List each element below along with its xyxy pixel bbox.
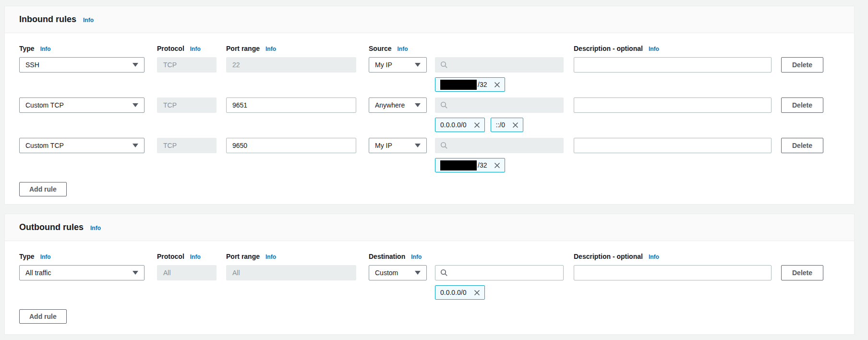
rules-list: SSH TCP 22 My IP Delete /32	[19, 57, 840, 172]
search-column-spacer	[435, 253, 564, 261]
info-link[interactable]: Info	[190, 253, 201, 261]
scope-select-value: My IP	[375, 142, 392, 149]
rule-fields: All traffic All All Custom Delete	[19, 265, 840, 280]
panel-title: Inbound rules	[19, 14, 76, 24]
description-column-label: Description - optional Info	[574, 253, 772, 261]
token-remove-button[interactable]	[511, 121, 520, 130]
port-range-column-label: Port range Info	[226, 253, 356, 261]
delete-rule-button[interactable]: Delete	[781, 57, 823, 73]
cidr-token: /32	[435, 77, 505, 92]
rule-row: SSH TCP 22 My IP Delete /32	[19, 57, 840, 92]
token-remove-button[interactable]	[472, 288, 482, 297]
protocol-column-label: Protocol Info	[157, 253, 217, 261]
source-select[interactable]: Anywhere	[369, 97, 427, 113]
token-remove-button[interactable]	[493, 80, 502, 89]
type-column-label: Type Info	[19, 253, 145, 261]
cidr-token-text: ::/0	[496, 121, 505, 129]
type-select[interactable]: Custom TCP	[19, 138, 145, 153]
cidr-token-text: /32	[478, 161, 487, 169]
cidr-token: 0.0.0.0/0	[435, 118, 485, 132]
info-link[interactable]: Info	[90, 225, 101, 231]
info-link[interactable]: Info	[649, 253, 659, 261]
delete-rule-button[interactable]: Delete	[781, 97, 823, 113]
chevron-down-icon	[415, 63, 421, 67]
info-link[interactable]: Info	[83, 17, 94, 24]
info-link[interactable]: Info	[40, 253, 51, 261]
rule-row: All traffic All All Custom Delete 0.0.0.…	[19, 265, 840, 300]
token-remove-button[interactable]	[493, 161, 502, 170]
port-range-input[interactable]: 9650	[226, 138, 356, 153]
info-link[interactable]: Info	[265, 253, 276, 261]
delete-rule-button[interactable]: Delete	[781, 265, 823, 280]
source-select[interactable]: My IP	[369, 57, 427, 73]
security-group-rules-page: Inbound rules Info Type Info Protocol In…	[0, 0, 868, 340]
info-link[interactable]: Info	[265, 45, 276, 53]
rule-fields: Custom TCP TCP 9651 Anywhere Delete	[19, 97, 840, 113]
chevron-down-icon	[415, 103, 421, 107]
column-labels-row: Type Info Protocol Info Port range Info …	[19, 45, 840, 53]
type-select-value: All traffic	[25, 269, 51, 277]
type-select[interactable]: Custom TCP	[19, 97, 145, 113]
port-range-column-label: Port range Info	[226, 45, 356, 53]
info-link[interactable]: Info	[190, 45, 201, 53]
close-icon	[494, 81, 501, 88]
scope-column-label: Destination Info	[369, 253, 427, 261]
close-icon	[473, 289, 481, 296]
description-column-label: Description - optional Info	[574, 45, 772, 53]
description-input[interactable]	[574, 138, 772, 153]
protocol-input: TCP	[157, 57, 217, 73]
source-search-input	[435, 138, 564, 153]
chevron-down-icon	[133, 103, 138, 107]
outbound-rules-panel: Outbound rules Info Type Info Protocol I…	[4, 214, 855, 335]
search-icon	[440, 142, 448, 149]
cidr-token-text: 0.0.0.0/0	[440, 289, 467, 296]
type-select[interactable]: SSH	[19, 57, 145, 73]
source-search-input	[435, 57, 564, 73]
chevron-down-icon	[415, 144, 421, 147]
chevron-down-icon	[415, 271, 421, 275]
redacted-ip	[440, 80, 477, 90]
add-rule-button[interactable]: Add rule	[19, 309, 67, 324]
info-link[interactable]: Info	[397, 45, 408, 53]
cidr-token-row: 0.0.0.0/0	[435, 285, 840, 300]
type-select-value: Custom TCP	[25, 142, 64, 149]
rule-row: Custom TCP TCP 9650 My IP Delete /32	[19, 138, 840, 172]
cidr-token: 0.0.0.0/0	[435, 285, 485, 300]
destination-search-input[interactable]	[435, 265, 564, 280]
destination-select[interactable]: Custom	[369, 265, 427, 280]
info-link[interactable]: Info	[649, 45, 659, 53]
cidr-token: /32	[435, 158, 505, 172]
source-select[interactable]: My IP	[369, 138, 427, 153]
scope-column-label: Source Info	[369, 45, 427, 53]
rule-row: Custom TCP TCP 9651 Anywhere Delete 0.0.…	[19, 97, 840, 132]
rules-list: All traffic All All Custom Delete 0.0.0.…	[19, 265, 840, 300]
panel-header: Inbound rules Info	[5, 6, 854, 33]
description-input[interactable]	[574, 265, 772, 280]
cidr-token-text: /32	[478, 81, 487, 88]
search-icon	[440, 61, 448, 69]
cidr-token-text: 0.0.0.0/0	[440, 121, 467, 129]
description-input[interactable]	[574, 57, 772, 73]
description-input[interactable]	[574, 97, 772, 113]
add-rule-button[interactable]: Add rule	[19, 182, 67, 196]
port-range-input[interactable]: 9651	[226, 97, 356, 113]
panel-title: Outbound rules	[19, 222, 84, 232]
type-column-label: Type Info	[19, 45, 145, 53]
rule-fields: SSH TCP 22 My IP Delete	[19, 57, 840, 73]
type-select-value: Custom TCP	[25, 101, 64, 109]
chevron-down-icon	[133, 271, 138, 275]
panel-body: Type Info Protocol Info Port range Info …	[5, 241, 854, 324]
type-select[interactable]: All traffic	[19, 265, 145, 280]
chevron-down-icon	[133, 63, 138, 67]
search-icon	[440, 269, 448, 277]
source-search-input	[435, 97, 564, 113]
token-remove-button[interactable]	[472, 121, 482, 130]
inbound-rules-panel: Inbound rules Info Type Info Protocol In…	[4, 6, 855, 205]
info-link[interactable]: Info	[40, 45, 51, 53]
info-link[interactable]: Info	[411, 253, 422, 261]
panel-header: Outbound rules Info	[5, 214, 854, 241]
delete-rule-button[interactable]: Delete	[781, 138, 823, 153]
cidr-token-row: 0.0.0.0/0 ::/0	[435, 118, 840, 132]
type-select-value: SSH	[25, 61, 39, 69]
close-icon	[494, 162, 501, 169]
